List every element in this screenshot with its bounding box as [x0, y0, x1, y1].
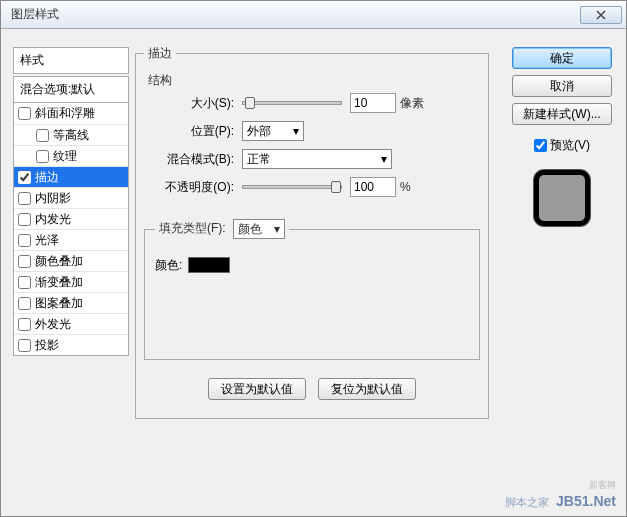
fx-checkbox[interactable] — [18, 213, 31, 226]
fx-item-3[interactable]: 描边 — [14, 166, 128, 187]
fx-checkbox[interactable] — [18, 276, 31, 289]
opacity-input[interactable] — [350, 177, 396, 197]
position-value: 外部 — [247, 123, 271, 140]
size-slider[interactable] — [242, 101, 342, 105]
blendmode-select[interactable]: 正常 ▾ — [242, 149, 392, 169]
settings-panel: 描边 结构 大小(S): 像素 位置(P): 外部 — [135, 45, 489, 505]
opacity-slider[interactable] — [242, 185, 342, 189]
color-swatch[interactable] — [188, 257, 230, 273]
fx-item-4[interactable]: 内阴影 — [14, 187, 128, 208]
color-row: 颜色: — [155, 251, 469, 279]
fx-checkbox[interactable] — [36, 129, 49, 142]
chevron-down-icon: ▾ — [274, 222, 280, 236]
close-icon — [596, 10, 606, 20]
fx-label: 等高线 — [53, 127, 89, 144]
fx-checkbox[interactable] — [18, 318, 31, 331]
slider-thumb-icon[interactable] — [331, 181, 341, 193]
size-label: 大小(S): — [154, 95, 234, 112]
position-select[interactable]: 外部 ▾ — [242, 121, 304, 141]
default-buttons: 设置为默认值 复位为默认值 — [144, 378, 480, 400]
fx-label: 内阴影 — [35, 190, 71, 207]
cancel-button[interactable]: 取消 — [512, 75, 612, 97]
color-label: 颜色: — [155, 257, 182, 274]
fx-item-1[interactable]: 等高线 — [14, 124, 128, 145]
fx-item-7[interactable]: 颜色叠加 — [14, 250, 128, 271]
fx-item-6[interactable]: 光泽 — [14, 229, 128, 250]
preview-checkbox[interactable] — [534, 139, 547, 152]
effects-list: 斜面和浮雕等高线纹理描边内阴影内发光光泽颜色叠加渐变叠加图案叠加外发光投影 — [13, 103, 129, 356]
window-title: 图层样式 — [5, 6, 59, 23]
action-panel: 确定 取消 新建样式(W)... 预览(V) — [512, 47, 612, 226]
fx-checkbox[interactable] — [18, 192, 31, 205]
fx-label: 光泽 — [35, 232, 59, 249]
fx-label: 渐变叠加 — [35, 274, 83, 291]
fx-checkbox[interactable] — [36, 150, 49, 163]
reset-default-button[interactable]: 复位为默认值 — [318, 378, 416, 400]
fill-group: 填充类型(F): 颜色 ▾ 颜色: — [144, 219, 480, 360]
ok-button[interactable]: 确定 — [512, 47, 612, 69]
chevron-down-icon: ▾ — [381, 152, 387, 166]
fx-item-5[interactable]: 内发光 — [14, 208, 128, 229]
fx-checkbox[interactable] — [18, 234, 31, 247]
fx-item-11[interactable]: 投影 — [14, 334, 128, 355]
position-row: 位置(P): 外部 ▾ — [154, 117, 480, 145]
fx-checkbox[interactable] — [18, 255, 31, 268]
opacity-label: 不透明度(O): — [154, 179, 234, 196]
opacity-row: 不透明度(O): % — [154, 173, 480, 201]
styles-header[interactable]: 样式 — [13, 47, 129, 74]
slider-thumb-icon[interactable] — [245, 97, 255, 109]
group-title: 描边 — [144, 45, 176, 62]
fx-label: 投影 — [35, 337, 59, 354]
filltype-label: 填充类型(F): — [159, 221, 226, 235]
fx-label: 内发光 — [35, 211, 71, 228]
dialog-body: 样式 混合选项:默认 斜面和浮雕等高线纹理描边内阴影内发光光泽颜色叠加渐变叠加图… — [1, 29, 626, 516]
preview-label: 预览(V) — [550, 137, 590, 154]
size-unit: 像素 — [400, 95, 424, 112]
styles-sidebar: 样式 混合选项:默认 斜面和浮雕等高线纹理描边内阴影内发光光泽颜色叠加渐变叠加图… — [13, 47, 129, 356]
structure-group: 结构 大小(S): 像素 位置(P): 外部 ▾ — [144, 72, 480, 201]
filltype-select[interactable]: 颜色 ▾ — [233, 219, 285, 239]
fx-checkbox[interactable] — [18, 339, 31, 352]
fx-label: 图案叠加 — [35, 295, 83, 312]
fx-label: 颜色叠加 — [35, 253, 83, 270]
make-default-button[interactable]: 设置为默认值 — [208, 378, 306, 400]
filltype-value: 颜色 — [238, 221, 262, 238]
size-input[interactable] — [350, 93, 396, 113]
blending-options[interactable]: 混合选项:默认 — [13, 76, 129, 103]
fx-checkbox[interactable] — [18, 107, 31, 120]
close-button[interactable] — [580, 6, 622, 24]
preview-thumbnail — [534, 170, 590, 226]
blendmode-value: 正常 — [247, 151, 271, 168]
blendmode-label: 混合模式(B): — [154, 151, 234, 168]
preview-row: 预览(V) — [512, 137, 612, 154]
fx-label: 斜面和浮雕 — [35, 105, 95, 122]
structure-title: 结构 — [144, 72, 176, 89]
fx-checkbox[interactable] — [18, 171, 31, 184]
fx-item-2[interactable]: 纹理 — [14, 145, 128, 166]
chevron-down-icon: ▾ — [293, 124, 299, 138]
fx-item-10[interactable]: 外发光 — [14, 313, 128, 334]
layer-style-dialog: 图层样式 样式 混合选项:默认 斜面和浮雕等高线纹理描边内阴影内发光光泽颜色叠加… — [0, 0, 627, 517]
new-style-button[interactable]: 新建样式(W)... — [512, 103, 612, 125]
filltype-legend: 填充类型(F): 颜色 ▾ — [155, 219, 289, 239]
opacity-unit: % — [400, 180, 411, 194]
size-row: 大小(S): 像素 — [154, 89, 480, 117]
fx-label: 纹理 — [53, 148, 77, 165]
fx-label: 外发光 — [35, 316, 71, 333]
fx-checkbox[interactable] — [18, 297, 31, 310]
fx-item-0[interactable]: 斜面和浮雕 — [14, 103, 128, 124]
fx-label: 描边 — [35, 169, 59, 186]
stroke-group: 描边 结构 大小(S): 像素 位置(P): 外部 — [135, 45, 489, 419]
position-label: 位置(P): — [154, 123, 234, 140]
titlebar[interactable]: 图层样式 — [1, 1, 626, 29]
watermark: 新客网 脚本之家 JB51.Net — [505, 493, 616, 510]
fx-item-8[interactable]: 渐变叠加 — [14, 271, 128, 292]
blendmode-row: 混合模式(B): 正常 ▾ — [154, 145, 480, 173]
fx-item-9[interactable]: 图案叠加 — [14, 292, 128, 313]
